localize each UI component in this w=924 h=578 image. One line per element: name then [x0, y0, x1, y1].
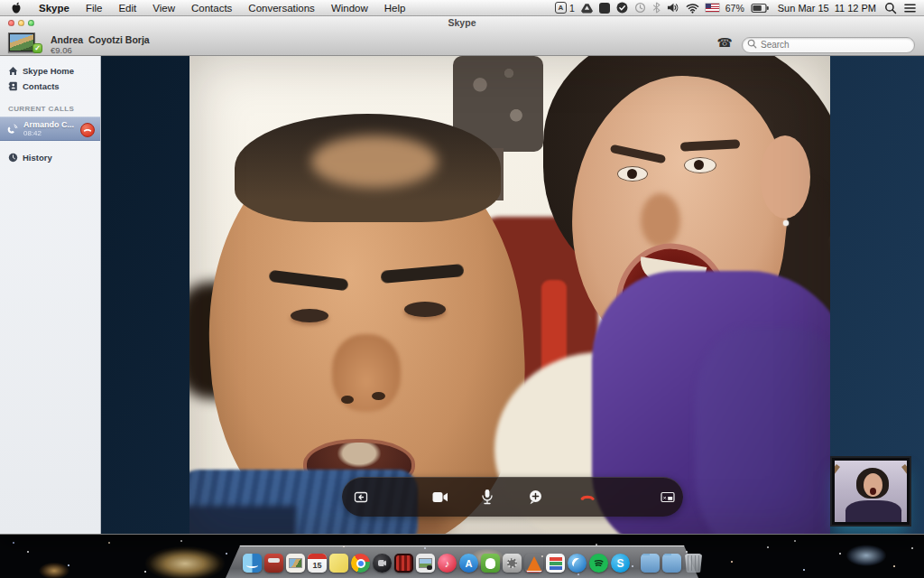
app-store-icon: A [459, 554, 478, 573]
finder-icon [243, 554, 262, 573]
camera-toggle-button[interactable] [432, 489, 448, 505]
dock-folder-downloads[interactable] [661, 553, 682, 573]
dock-evernote[interactable] [480, 553, 501, 573]
dock-stickies[interactable] [328, 553, 349, 573]
sidebar-item-history[interactable]: History [0, 150, 100, 165]
sidebar-end-call-button[interactable] [80, 123, 95, 137]
battery-icon[interactable] [751, 3, 770, 14]
dialpad-icon[interactable]: ☎ [717, 36, 733, 49]
notification-center-icon[interactable] [903, 3, 917, 14]
dock-quicktime[interactable] [372, 553, 393, 573]
dark-app-icon[interactable] [599, 3, 610, 14]
dock-photos[interactable] [285, 553, 306, 573]
sidebar-item-label: Contacts [23, 81, 60, 91]
volume-icon[interactable] [667, 2, 679, 14]
skype-window: Skype ✓ Andrea Coyotzi Borja €9.06 ☎ Sky… [0, 16, 924, 536]
window-title: Skype [0, 16, 924, 30]
dock-finder[interactable] [242, 553, 263, 573]
dock-launchpad[interactable] [545, 553, 566, 573]
call-duration: 08:42 [23, 129, 74, 137]
window-body: Skype Home Contacts CURRENT CALLS Armand… [0, 56, 924, 535]
dock-trash[interactable] [683, 553, 704, 573]
history-icon [8, 153, 18, 163]
time-machine-icon[interactable] [634, 2, 646, 14]
menu-file[interactable]: File [78, 0, 111, 16]
microphone-toggle-button[interactable] [479, 489, 495, 505]
menu-window[interactable]: Window [323, 0, 376, 16]
menu-clock[interactable]: Sun Mar 15 11 12 PM [776, 3, 878, 14]
bluetooth-icon[interactable] [652, 2, 661, 14]
dock-screen-capture[interactable] [415, 553, 436, 573]
battery-percent: 67% [725, 3, 744, 14]
checkmark-menu-icon[interactable] [616, 2, 628, 14]
sidebar-item-label: History [23, 153, 52, 163]
user-name[interactable]: Andrea Coyotzi Borja [51, 34, 150, 45]
current-calls-header: CURRENT CALLS [8, 105, 100, 113]
skype-icon: S [611, 554, 630, 573]
menu-contacts[interactable]: Contacts [183, 0, 240, 16]
video-scene-shape [835, 464, 840, 522]
dock-thunderbird[interactable] [567, 553, 587, 573]
dock-system-preferences[interactable] [502, 553, 522, 573]
sidebar-active-call[interactable]: Armando C... 08:42 [0, 117, 100, 141]
call-in-progress-icon [6, 123, 19, 135]
menu-view[interactable]: View [144, 0, 183, 16]
dock-dvd-player[interactable] [393, 553, 414, 573]
spotlight-icon[interactable] [884, 2, 897, 14]
menu-bar: Skype File Edit View Contacts Conversati… [0, 0, 924, 16]
video-scene-shape [870, 488, 876, 495]
wifi-icon[interactable] [686, 3, 699, 14]
picture-in-picture-button[interactable] [660, 489, 676, 505]
dock-toast[interactable] [263, 553, 284, 573]
dock-chrome[interactable] [350, 553, 371, 573]
self-view-scene [835, 461, 907, 522]
system-preferences-icon [503, 554, 522, 573]
thunderbird-icon [568, 554, 587, 573]
google-drive-icon[interactable] [581, 3, 593, 14]
launchpad-icon [546, 554, 565, 573]
screen-share-button[interactable] [353, 489, 369, 505]
screen-share-icon [354, 490, 369, 504]
remote-video [189, 56, 830, 534]
end-call-button[interactable] [579, 489, 596, 505]
menu-skype[interactable]: Skype [31, 0, 78, 16]
search-icon [747, 39, 757, 49]
dock-skype[interactable]: S [610, 553, 631, 573]
dock-app-store[interactable]: A [458, 553, 479, 573]
call-control-bar [342, 477, 683, 517]
skype-credit-balance[interactable]: €9.06 [51, 45, 72, 55]
menu-edit[interactable]: Edit [110, 0, 144, 16]
dock-spotify[interactable] [588, 553, 609, 573]
search-input[interactable] [742, 37, 915, 53]
dock-itunes[interactable]: ♪ [437, 553, 457, 573]
menu-help[interactable]: Help [376, 0, 414, 16]
add-participant-button[interactable] [527, 489, 543, 505]
input-source-badge: 1 [569, 3, 575, 14]
screen: Skype File Edit View Contacts Conversati… [0, 0, 924, 578]
dock-calendar[interactable]: 15 [307, 553, 328, 573]
user-avatar[interactable] [8, 33, 35, 52]
stickies-icon [329, 554, 348, 573]
dock-icons: 15 ♪ A S [242, 548, 686, 573]
home-icon [8, 66, 18, 76]
self-view-video[interactable] [830, 456, 911, 527]
plus-bubble-icon [528, 489, 543, 505]
sidebar-item-contacts[interactable]: Contacts [0, 79, 100, 94]
call-contact-name: Armando C... [23, 120, 74, 129]
calendar-icon: 15 [308, 554, 327, 573]
us-flag-icon[interactable] [706, 4, 719, 12]
input-source-icon[interactable]: A [555, 2, 567, 14]
menu-conversations[interactable]: Conversations [240, 0, 323, 16]
end-call-icon [579, 492, 596, 502]
end-call-icon [83, 127, 92, 133]
video-scene-shape [845, 500, 901, 522]
sidebar: Skype Home Contacts CURRENT CALLS Armand… [0, 56, 101, 534]
dock-vlc[interactable] [523, 553, 544, 573]
vlc-icon [524, 554, 543, 573]
apple-menu-icon[interactable] [0, 2, 31, 14]
spotify-icon [589, 554, 608, 573]
sidebar-item-skype-home[interactable]: Skype Home [0, 63, 100, 79]
menu-status-area: A 1 67% [555, 2, 924, 14]
contacts-icon [8, 81, 18, 91]
dock-folder-documents[interactable] [640, 553, 661, 573]
